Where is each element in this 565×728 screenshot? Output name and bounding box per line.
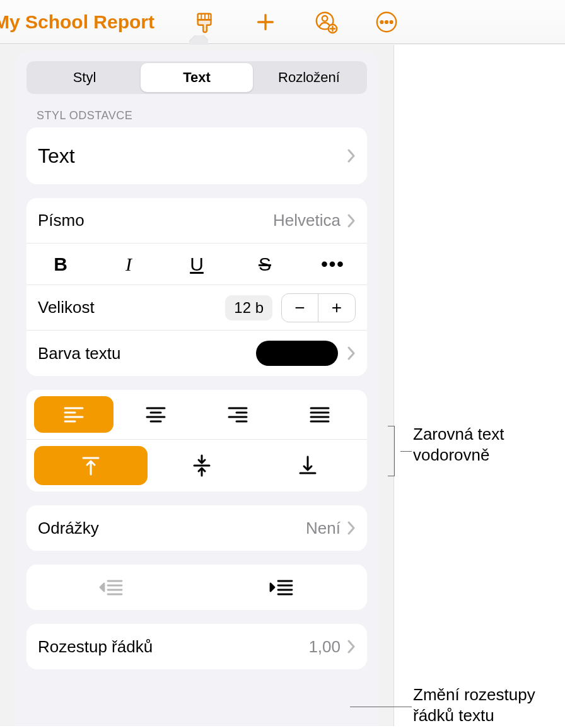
text-color-label: Barva textu [38,344,256,363]
bullets-row[interactable]: Odrážky Není [26,505,367,551]
tab-text[interactable]: Text [141,63,253,92]
horizontal-align-row [26,390,367,440]
font-card: Písmo Helvetica B I U S ••• Velikost 12 … [26,198,367,376]
font-size-row: Velikost 12 b − + [26,285,367,331]
align-justify-button[interactable] [280,396,359,433]
format-tabs: Styl Text Rozložení [26,61,367,94]
line-spacing-row[interactable]: Rozestup řádků 1,00 [26,624,367,669]
bullets-label: Odrážky [38,519,306,538]
font-value: Helvetica [273,211,341,230]
add-icon[interactable] [253,9,278,35]
font-label: Písmo [38,211,273,230]
font-size-value[interactable]: 12 b [225,295,272,320]
size-decrease-button[interactable]: − [282,294,318,322]
chevron-right-icon [347,148,356,163]
format-panel: Styl Text Rozložení Styl odstavce Text P… [15,51,378,726]
align-right-button[interactable] [198,396,277,433]
italic-button[interactable]: I [100,250,157,279]
font-size-stepper: − + [281,293,356,322]
chevron-right-icon [347,213,356,228]
collaborate-icon[interactable] [313,9,339,35]
bullets-value: Není [306,519,341,538]
align-left-button[interactable] [34,396,114,433]
format-panel-container: Styl Text Rozložení Styl odstavce Text P… [0,45,394,726]
text-style-buttons: B I U S ••• [26,244,367,285]
vertical-align-row [26,440,367,491]
bullets-card: Odrážky Není [26,505,367,551]
align-center-button[interactable] [116,396,195,433]
underline-button[interactable]: U [168,250,225,279]
line-spacing-card: Rozestup řádků 1,00 [26,624,367,669]
text-color-swatch[interactable] [256,341,338,366]
more-text-options-button[interactable]: ••• [305,250,361,279]
alignment-card [26,390,367,491]
more-icon[interactable] [374,9,399,35]
line-spacing-label: Rozestup řádků [38,637,308,657]
chevron-right-icon [347,520,356,536]
valign-bottom-button[interactable] [256,446,359,485]
popover-arrow [189,35,208,45]
paragraph-style-card: Text [26,127,367,184]
document-title[interactable]: My School Report [0,11,154,33]
strikethrough-button[interactable]: S [236,250,293,279]
text-color-row[interactable]: Barva textu [26,331,367,376]
tab-layout[interactable]: Rozložení [253,63,365,92]
increase-indent-button[interactable] [197,565,367,610]
bold-button[interactable]: B [32,250,89,279]
font-row[interactable]: Písmo Helvetica [26,198,367,244]
size-increase-button[interactable]: + [318,294,355,322]
decrease-indent-button[interactable] [26,565,197,610]
paragraph-style-row[interactable]: Text [26,127,367,184]
svg-point-1 [322,16,328,21]
chevron-right-icon [347,639,356,654]
callout-horizontal-align: Zarovná text vodorovně [413,424,565,465]
line-spacing-value: 1,00 [308,637,341,657]
svg-point-5 [385,21,388,23]
valign-top-button[interactable] [34,446,148,485]
paragraph-style-name: Text [38,144,347,168]
callout-line-spacing: Změní rozestupy řádků textu [413,684,565,725]
svg-point-4 [381,21,383,23]
format-brush-icon[interactable] [192,9,218,35]
paragraph-style-header: Styl odstavce [37,109,367,122]
tab-style[interactable]: Styl [28,63,141,92]
valign-middle-button[interactable] [150,446,253,485]
font-size-label: Velikost [38,298,225,317]
svg-point-6 [390,21,393,23]
indent-card [26,565,367,610]
chevron-right-icon [347,346,356,361]
top-toolbar: My School Report [0,0,565,44]
